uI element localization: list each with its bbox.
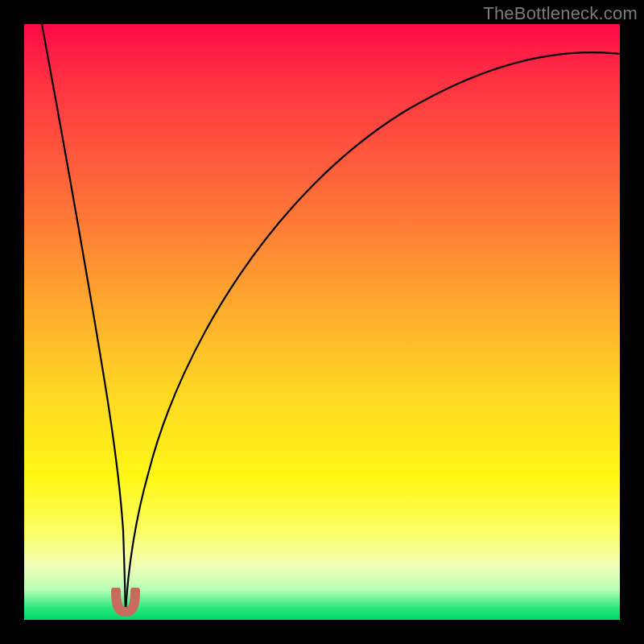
watermark-text: TheBottleneck.com [483, 3, 638, 24]
heat-gradient-background [24, 24, 620, 620]
plot-area [24, 24, 620, 620]
chart-frame: TheBottleneck.com [0, 0, 644, 644]
